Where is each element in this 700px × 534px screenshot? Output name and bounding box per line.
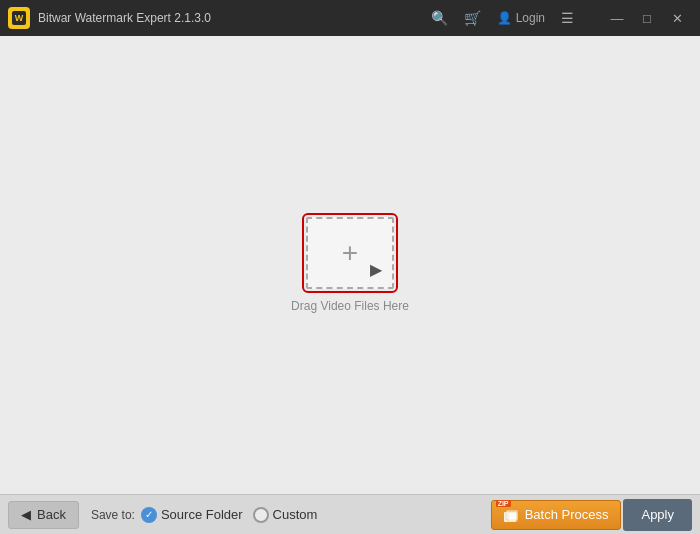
apply-label: Apply	[641, 507, 674, 522]
add-icon: +	[342, 239, 358, 267]
maximize-button[interactable]: □	[632, 4, 662, 32]
back-button[interactable]: ◀ Back	[8, 501, 79, 529]
login-label: Login	[516, 11, 545, 25]
window-controls: — □ ✕	[602, 4, 692, 32]
title-bar: W Bitwar Watermark Expert 2.1.3.0 🔍 🛒 👤 …	[0, 0, 700, 36]
zip-tag: ZIP	[496, 500, 511, 507]
drop-zone-wrapper: + ▶ Drag Video Files Here	[291, 217, 409, 313]
svg-rect-2	[508, 512, 518, 522]
apply-button[interactable]: Apply	[623, 499, 692, 531]
source-folder-radio[interactable]: ✓	[141, 507, 157, 523]
menu-icon[interactable]: ☰	[561, 10, 574, 26]
batch-process-label: Batch Process	[525, 507, 609, 522]
cart-icon[interactable]: 🛒	[464, 10, 481, 26]
drop-zone-label: Drag Video Files Here	[291, 299, 409, 313]
custom-label: Custom	[273, 507, 318, 522]
batch-process-button[interactable]: ZIP Batch Process	[491, 500, 622, 530]
back-label: Back	[37, 507, 66, 522]
batch-icon	[504, 510, 520, 524]
source-folder-option[interactable]: ✓ Source Folder	[141, 507, 243, 523]
save-to-label: Save to:	[91, 508, 135, 522]
logo-icon: W	[12, 11, 26, 25]
batch-process-wrapper: ZIP Batch Process Apply	[491, 499, 692, 531]
cursor-icon: ▶	[370, 260, 382, 279]
minimize-button[interactable]: —	[602, 4, 632, 32]
drop-zone[interactable]: + ▶	[306, 217, 394, 289]
custom-option[interactable]: Custom	[253, 507, 318, 523]
title-bar-action-icons: 🔍 🛒 👤 Login ☰	[431, 10, 574, 26]
login-button[interactable]: 👤 Login	[497, 11, 545, 25]
custom-radio[interactable]	[253, 507, 269, 523]
back-arrow-icon: ◀	[21, 507, 31, 522]
main-content: + ▶ Drag Video Files Here	[0, 36, 700, 494]
bottom-bar: ◀ Back Save to: ✓ Source Folder Custom Z…	[0, 494, 700, 534]
search-icon[interactable]: 🔍	[431, 10, 448, 26]
source-folder-label: Source Folder	[161, 507, 243, 522]
close-button[interactable]: ✕	[662, 4, 692, 32]
app-title: Bitwar Watermark Expert 2.1.3.0	[38, 11, 431, 25]
app-logo: W	[8, 7, 30, 29]
user-icon: 👤	[497, 11, 512, 25]
